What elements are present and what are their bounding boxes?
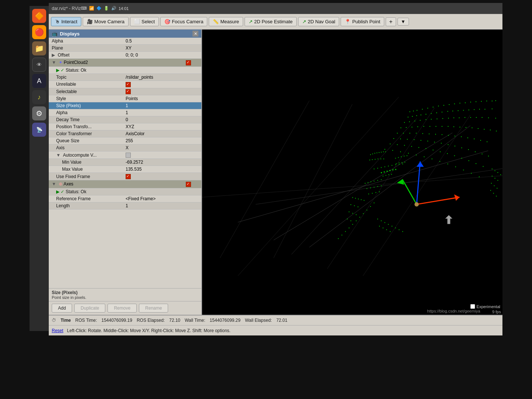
svg-rect-14: [417, 110, 417, 111]
rename-button[interactable]: Rename: [139, 304, 168, 313]
prop-value: 0; 0; 0: [123, 52, 201, 59]
table-row: Plane XY: [49, 45, 201, 52]
svg-rect-226: [492, 176, 492, 177]
svg-rect-177: [384, 171, 385, 173]
svg-rect-69: [430, 126, 430, 127]
table-row: Color Transformer AxisColor: [49, 130, 201, 137]
svg-rect-52: [431, 119, 432, 120]
svg-rect-57: [459, 117, 460, 118]
svg-rect-142: [388, 166, 389, 167]
wall-elapsed-value: 72.01: [276, 318, 287, 323]
svg-rect-232: [490, 190, 491, 191]
publish-point-button[interactable]: 📍 Publish Point: [341, 17, 384, 26]
svg-rect-172: [375, 159, 375, 160]
dock-eye-left[interactable]: 👁: [32, 58, 46, 72]
prop-name: Style: [49, 95, 123, 102]
prop-value: /rslidar_points: [123, 74, 201, 81]
svg-rect-125: [385, 149, 385, 150]
nav-goal-button[interactable]: ↗ 2D Nav Goal: [298, 17, 339, 26]
focus-camera-button[interactable]: 🎯 Focus Camera: [160, 17, 207, 26]
displays-title: Displays: [60, 31, 79, 37]
select-button[interactable]: ⬜ Select: [130, 17, 159, 26]
svg-rect-16: [427, 108, 428, 109]
remove-button[interactable]: Remove: [108, 304, 137, 313]
displays-scroll[interactable]: Alpha 0.5 Plane XY ▶ Offset 0; 0; 0: [49, 38, 201, 288]
svg-rect-144: [395, 164, 396, 165]
interact-button[interactable]: 🖱 Interact: [51, 17, 81, 26]
svg-rect-156: [377, 186, 378, 187]
pose-estimate-button[interactable]: ↗ 2D Pose Estimate: [245, 17, 297, 26]
svg-rect-148: [368, 182, 368, 183]
dock-firefox[interactable]: 🔴: [32, 25, 46, 39]
svg-rect-217: [352, 224, 353, 225]
clock: 14:01: [119, 6, 129, 11]
prop-value: AxisColor: [123, 130, 201, 137]
dock-settings[interactable]: ⚙: [32, 106, 46, 120]
title-bar: dar.rviz* - RViz ⌨ 📶 🔷 🔋 🔊 14:01: [49, 3, 502, 14]
svg-rect-157: [381, 185, 382, 186]
add-tool-button[interactable]: +: [386, 17, 396, 26]
move-camera-button[interactable]: 🎥 Move Camera: [83, 17, 129, 26]
size-pixels-row[interactable]: Size (Pixels) 1: [49, 102, 201, 109]
pointcloud-enable-checkbox[interactable]: [186, 60, 191, 65]
svg-rect-193: [358, 207, 358, 207]
svg-rect-182: [383, 176, 383, 177]
svg-rect-83: [409, 133, 410, 134]
table-row: ▶ ✓ Status: Ok: [49, 66, 201, 74]
time-bar: ⏱ Time ROS Time: 1544076099.19 ROS Elaps…: [49, 315, 502, 325]
svg-rect-151: [377, 180, 378, 181]
svg-rect-174: [381, 158, 381, 159]
dock-files[interactable]: 📁: [32, 41, 46, 55]
unreliable-checkbox[interactable]: [126, 82, 131, 87]
keyboard-icon: ⌨: [81, 6, 87, 11]
svg-rect-132: [440, 161, 440, 162]
dock-letters[interactable]: A: [32, 74, 46, 88]
svg-rect-234: [496, 196, 497, 197]
svg-rect-240: [396, 163, 397, 164]
add-button[interactable]: Add: [52, 304, 72, 313]
displays-close-button[interactable]: ✕: [192, 31, 198, 37]
svg-rect-51: [426, 119, 426, 120]
svg-rect-163: [372, 154, 373, 154]
measure-button[interactable]: 📏 Measure: [209, 17, 243, 26]
viewport[interactable]: Experimental 9 fps https://blog.csdn.net…: [202, 30, 502, 315]
publish-icon: 📍: [345, 19, 351, 24]
prop-name: Use Fixed Frame: [49, 173, 123, 180]
axes-section: ▼ ⊕ Axes: [49, 180, 201, 188]
displays-header: 📺 Displays ✕: [49, 30, 201, 38]
svg-rect-138: [374, 168, 375, 169]
svg-rect-114: [411, 146, 412, 147]
svg-rect-22: [460, 103, 460, 103]
prop-name: Reference Frame: [49, 195, 123, 202]
wall-time-value: 1544076099.29: [210, 318, 241, 323]
prop-value: X: [123, 144, 201, 151]
svg-rect-21: [454, 103, 455, 104]
dock-ubuntu[interactable]: 🔶: [32, 9, 46, 23]
prop-value: [123, 188, 201, 195]
reset-button[interactable]: Reset: [52, 328, 63, 333]
svg-rect-215: [359, 217, 360, 218]
fixed-frame-checkbox[interactable]: [126, 174, 131, 179]
svg-rect-219: [345, 231, 346, 232]
pose-icon: ↗: [249, 19, 253, 24]
nav-icon: ↗: [302, 19, 306, 24]
tool-options-button[interactable]: ▼: [398, 18, 409, 25]
svg-rect-84: [416, 133, 417, 134]
selectable-checkbox[interactable]: [126, 89, 131, 94]
dock-music[interactable]: ♪: [32, 90, 46, 104]
dock-rviz[interactable]: 📡: [32, 123, 46, 137]
prop-value: XY: [123, 45, 201, 52]
svg-rect-29: [495, 100, 496, 101]
experimental-checkbox[interactable]: [470, 304, 475, 309]
axes-expand-icon[interactable]: ▼: [52, 181, 56, 187]
duplicate-button[interactable]: Duplicate: [74, 304, 105, 313]
window-title: dar.rviz* - RViz: [52, 6, 81, 11]
svg-rect-72: [448, 126, 449, 127]
svg-rect-229: [491, 183, 492, 184]
svg-rect-108: [475, 151, 475, 152]
axes-enable-checkbox[interactable]: [186, 182, 191, 187]
autocompute-checkbox[interactable]: [126, 153, 131, 158]
svg-rect-159: [372, 193, 373, 194]
prop-name: Axis: [49, 144, 123, 151]
expand-icon[interactable]: ▼: [52, 60, 56, 65]
